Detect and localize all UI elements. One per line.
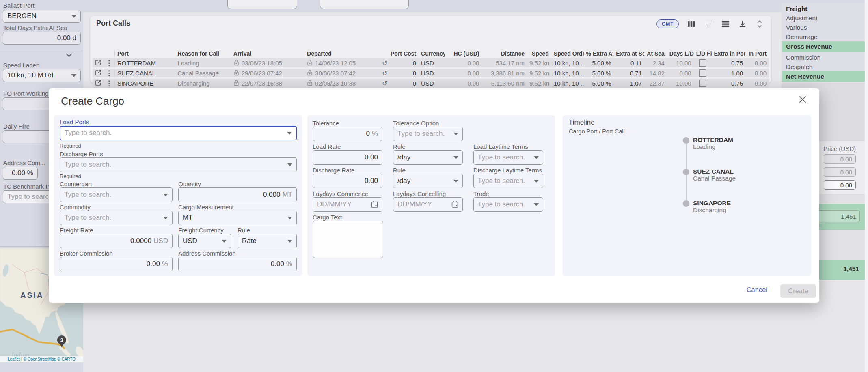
tolerance-input[interactable]: 0% [313,127,382,141]
col-at-sea[interactable]: At Sea [644,50,667,57]
col-speed[interactable]: Speed [527,50,551,57]
col-reason[interactable]: Reason for Call [175,50,231,57]
ballast-port-select[interactable]: BERGEN [3,10,81,23]
col-speed-order[interactable]: Speed Orde [551,50,584,57]
history-icon[interactable]: ↺ [382,69,387,77]
map-attribution: Leaflet | © OpenStreetMap © CARTO [0,356,83,362]
open-in-new-icon[interactable] [93,69,103,77]
collapse-chevron-icon[interactable] [64,51,74,61]
revenue-item-adjustment[interactable]: Adjustment [782,13,865,23]
partial-field[interactable] [320,0,409,9]
col-extra-at-sea[interactable]: Extra at Sea [613,50,644,57]
calendar-icon[interactable] [371,201,378,208]
leaflet-link[interactable]: Leaflet [8,357,20,361]
row-menu-icon[interactable]: ⋮ [103,69,114,77]
address-commission-input[interactable]: 0.00% [178,257,297,271]
price-input-3[interactable]: 0.00 [824,180,856,190]
carto-link[interactable]: © CARTO [57,357,76,361]
load-ports-required: Required [60,143,81,149]
history-icon[interactable]: ↺ [382,80,387,87]
timeline-dot [683,137,689,144]
open-in-new-icon[interactable] [93,80,103,87]
col-in-port[interactable]: In Port [745,50,769,57]
load-laytime-select[interactable]: Type to search. [473,150,543,165]
cargo-measurement-select[interactable]: MT [178,211,297,225]
unfold-icon[interactable] [755,19,764,28]
table-row[interactable]: ⋮ SUEZ CANAL Canal Passage 29/06/23 07:4… [93,69,769,77]
col-port[interactable]: Port [114,50,175,57]
ld-fixed-checkbox[interactable] [699,59,706,67]
trade-select[interactable]: Type to search. [473,197,543,212]
col-pct-extra[interactable]: % Extra At ... [584,50,614,57]
load-rule-select[interactable]: /day [393,150,463,165]
row-density-icon[interactable] [721,19,730,28]
load-rate-input[interactable]: 0.00 [313,150,382,165]
download-icon[interactable] [738,19,747,28]
revenue-item-despatch[interactable]: Despatch [782,62,865,71]
cell-port: SUEZ CANAL [114,70,175,77]
col-ld-fixed[interactable]: L/D Fixed [694,50,712,57]
freight-rate-input[interactable]: 0.0000USD [60,234,173,248]
price-input-1[interactable]: 0.00 [824,154,856,164]
filter-icon[interactable] [704,19,713,28]
revenue-item-demurrage[interactable]: Demurrage [782,32,865,41]
total-days-value: 0.00 d [57,34,76,42]
revenue-item-freight[interactable]: Freight [782,4,865,13]
laydays-commence-input[interactable]: DD/MM/YY [313,197,382,212]
col-days-ld[interactable]: Days L/D [667,50,694,57]
gross-revenue-input[interactable]: 1,451 [818,210,860,222]
ld-fixed-checkbox[interactable] [699,80,706,87]
revenue-item-gross-revenue[interactable]: Gross Revenue [782,41,865,52]
discharge-laytime-select[interactable]: Type to search. [473,174,543,188]
timeline-dot [683,169,689,175]
counterpart-select[interactable]: Type to search. [60,187,173,202]
revenue-item-commission[interactable]: Commission [782,53,865,62]
freight-currency-select[interactable]: USD [178,234,231,248]
close-icon[interactable] [797,93,809,105]
gmt-badge[interactable]: GMT [656,19,679,28]
table-row[interactable]: ⋮ ROTTERDAM Loading 03/06/23 18:05 14/06… [93,58,769,67]
table-row[interactable]: ⋮ SINGAPORE Discharging 22/07/23 16:38 0… [93,79,769,88]
col-arrival[interactable]: Arrival [231,50,304,57]
calendar-icon[interactable] [451,201,458,208]
row-menu-icon[interactable]: ⋮ [103,79,114,88]
speed-laden-select[interactable]: 10 kn, 10 MT/d [3,69,81,82]
history-icon[interactable]: ↺ [382,59,387,67]
cell-hc: 0.00 [445,60,482,67]
col-departed[interactable]: Departed [304,50,380,57]
total-days-input[interactable]: 0.00 d [3,32,81,45]
freight-rule-select[interactable]: Rate [238,234,297,248]
load-ports-input[interactable]: Type to search. [60,126,297,140]
discharge-rule-select[interactable]: /day [393,174,463,188]
discharge-ports-input[interactable]: Type to search. [60,157,297,172]
col-distance[interactable]: Distance [482,50,527,57]
broker-commission-input[interactable]: 0.00% [60,257,173,271]
quantity-input[interactable]: 0.000MT [178,187,297,202]
create-button[interactable]: Create [780,284,816,298]
view-columns-icon[interactable] [687,19,696,28]
col-currency[interactable]: Currency [419,50,445,57]
price-input-2[interactable]: 0.00 [824,167,856,177]
address-commission-input[interactable]: 0.00 % [3,167,38,180]
row-menu-icon[interactable]: ⋮ [103,59,114,67]
osm-link[interactable]: © OpenStreetMap [24,357,56,361]
col-port-cost[interactable]: Port Cost [380,50,419,57]
discharge-rate-label: Discharge Rate [313,167,354,174]
laydays-cancelling-input[interactable]: DD/MM/YY [393,197,463,212]
revenue-item-various[interactable]: Various [782,23,865,32]
discharge-rate-input[interactable]: 0.00 [313,174,382,188]
cell-port: ROTTERDAM [114,60,175,67]
vertical-scrollbar[interactable] [865,0,868,372]
revenue-item-net-revenue[interactable]: Net Revenue [782,71,865,82]
cancel-button[interactable]: Cancel [743,284,771,296]
cell-departed: 30/06/23 07:42 [315,70,356,77]
cargo-text-textarea[interactable] [313,221,383,258]
commodity-select[interactable]: Type to search. [60,211,173,225]
col-hc[interactable]: HC (USD) [445,50,482,57]
tolerance-option-select[interactable]: Type to search. [393,127,463,141]
port-calls-table: Port Reason for Call Arrival Departed Po… [93,49,769,89]
partial-field[interactable] [227,0,297,9]
ld-fixed-checkbox[interactable] [699,69,706,77]
col-extra-in-port[interactable]: Extra in Port [712,50,746,57]
open-in-new-icon[interactable] [93,59,103,67]
